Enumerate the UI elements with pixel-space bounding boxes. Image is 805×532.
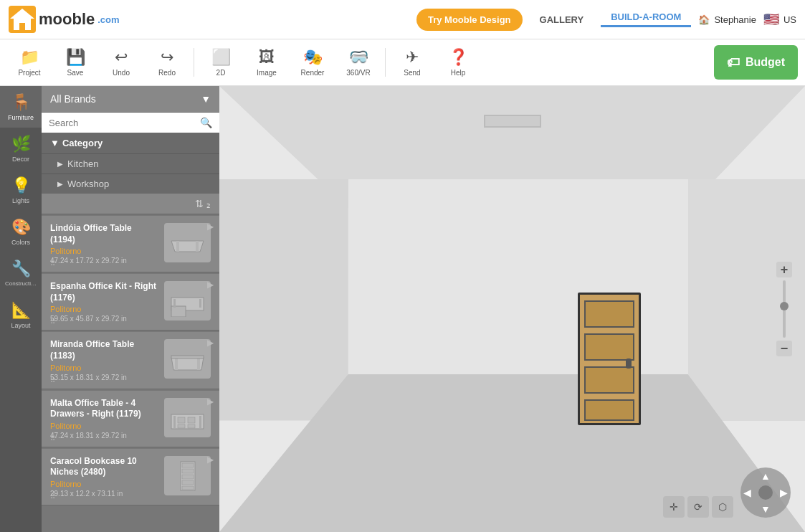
zoom-thumb[interactable] — [780, 302, 789, 310]
redo-label: Redo — [158, 69, 176, 77]
svg-rect-10 — [175, 357, 178, 370]
product-dims: 53.15 x 18.31 x 29.72 in — [50, 374, 158, 381]
sidebar-item-label: Lights — [12, 197, 29, 204]
lights-icon: 💡 — [11, 176, 31, 195]
list-item[interactable]: Espanha Office Kit - Right (1176) Polito… — [42, 274, 219, 331]
sidebar-item-layout[interactable]: 📐 Layout — [0, 294, 42, 336]
nav-left-button[interactable]: ◀ — [743, 487, 751, 498]
product-brand: Politorno — [50, 247, 158, 255]
product-brand: Politorno — [50, 480, 158, 488]
sidebar-item-colors[interactable]: 🎨 Colors — [0, 211, 42, 252]
save-icon: 💾 — [66, 48, 85, 67]
image-label: Image — [257, 69, 277, 77]
door-panel — [584, 366, 634, 394]
svg-rect-24 — [182, 480, 194, 485]
product-name: Miranda Office Table (1183) — [50, 339, 158, 361]
send-button[interactable]: ✈ Send — [390, 43, 434, 82]
sort-button[interactable]: ⇅ ₂ — [195, 198, 211, 209]
budget-button[interactable]: 🏷 Budget — [714, 45, 798, 80]
chevron-down-icon: ▼ — [50, 138, 59, 148]
toolbar: 📁 Project 💾 Save ↩ Undo ↪ Redo ⬜ 2D 🖼 Im… — [0, 39, 805, 86]
help-button[interactable]: ❓ Help — [436, 43, 480, 82]
nav-right-button[interactable]: ▶ — [780, 487, 788, 498]
rotate-control-button[interactable]: ⟳ — [687, 496, 709, 518]
svg-rect-13 — [171, 414, 204, 429]
3d-viewport[interactable]: + − ▲ ▼ ◀ ▶ ✛ ⟳ ⬡ — [219, 86, 805, 532]
product-name: Malta Office Table - 4 Drawers - Right (… — [50, 398, 158, 420]
door-panel — [584, 333, 634, 361]
sidebar-item-decor[interactable]: 🌿 Decor — [0, 128, 42, 169]
arrow-icon: ▶ — [207, 396, 214, 407]
zoom-bar: + − — [776, 262, 792, 356]
navigation-controls: ▲ ▼ ◀ ▶ — [740, 467, 791, 518]
sidebar-item-label: Layout — [11, 322, 30, 329]
decor-icon: 🌿 — [11, 135, 31, 153]
door-panel — [584, 399, 634, 421]
2d-icon: ⬜ — [211, 48, 231, 67]
category-label: Kitchen — [67, 158, 98, 169]
project-button[interactable]: 📁 Project — [7, 43, 52, 82]
sidebar-item-label: Decor — [12, 156, 29, 163]
sidebar-item-construction[interactable]: 🔧 Constructi… — [0, 252, 42, 294]
zoom-track[interactable] — [783, 280, 786, 338]
product-name: Caracol Bookcase 10 Niches (2480) — [50, 456, 158, 478]
logo[interactable]: mooble.com — [9, 6, 120, 33]
list-item[interactable]: Malta Office Table - 4 Drawers - Right (… — [42, 391, 219, 447]
svg-rect-16 — [178, 417, 185, 423]
move-control-button[interactable]: ✛ — [663, 496, 685, 518]
svg-rect-4 — [196, 241, 199, 252]
nav-center — [758, 485, 773, 500]
build-a-room-link[interactable]: BUILD-A-ROOM — [601, 11, 691, 27]
svg-rect-12 — [171, 356, 204, 358]
save-button[interactable]: 💾 Save — [53, 43, 97, 82]
project-label: Project — [18, 69, 40, 77]
sidebar-item-lights[interactable]: 💡 Lights — [0, 169, 42, 211]
svg-rect-15 — [199, 416, 201, 429]
svg-rect-8 — [199, 299, 201, 308]
vr-button[interactable]: 🥽 360/VR — [336, 43, 381, 82]
category-item-workshop[interactable]: ▶ Workshop — [42, 174, 219, 194]
undo-button[interactable]: ↩ Undo — [99, 43, 143, 82]
arrow-icon: ▶ — [207, 338, 214, 348]
render-button[interactable]: 🎭 Render — [290, 43, 335, 82]
svg-rect-21 — [182, 463, 194, 467]
zoom-in-button[interactable]: + — [776, 262, 792, 277]
nav-up-button[interactable]: ▲ — [761, 470, 771, 482]
category-item-kitchen[interactable]: ▶ Kitchen — [42, 153, 219, 174]
room-door — [578, 293, 641, 425]
3d-view-button[interactable]: ⬡ — [712, 496, 733, 518]
home-icon: 🏠 — [698, 14, 710, 25]
search-icon: 🔍 — [200, 117, 212, 128]
door-panel — [584, 300, 634, 328]
image-button[interactable]: 🖼 Image — [244, 43, 289, 82]
top-navigation: mooble.com Try Mooble Design GALLERY BUI… — [0, 0, 805, 39]
product-dims: 29.13 x 12.2 x 73.11 in — [50, 490, 158, 498]
colors-icon: 🎨 — [11, 218, 31, 237]
try-design-button[interactable]: Try Mooble Design — [416, 9, 523, 31]
2d-button[interactable]: ⬜ 2D — [199, 43, 243, 82]
2d-label: 2D — [216, 69, 226, 77]
product-thumbnail — [164, 281, 211, 320]
redo-button[interactable]: ↪ Redo — [145, 43, 189, 82]
gallery-link[interactable]: GALLERY — [530, 14, 594, 25]
search-box: 🔍 — [42, 113, 219, 133]
sidebar-icons: 🪑 Furniture 🌿 Decor 💡 Lights 🎨 Colors 🔧 … — [0, 86, 42, 532]
region-selector[interactable]: 🇺🇸 US — [763, 11, 796, 27]
zoom-out-button[interactable]: − — [776, 341, 792, 356]
nav-down-button[interactable]: ▼ — [761, 503, 771, 515]
search-input[interactable] — [49, 118, 196, 128]
list-item[interactable]: Caracol Bookcase 10 Niches (2480) Polito… — [42, 449, 219, 505]
region-label: US — [783, 14, 796, 25]
brand-selector[interactable]: All Brands ▼ — [42, 86, 219, 113]
view-controls: ✛ ⟳ ⬡ — [663, 496, 733, 518]
user-menu[interactable]: 🏠 Stephanie — [698, 14, 756, 25]
drag-icon: ⠿ — [50, 318, 55, 326]
list-item[interactable]: Lindóia Office Table (1194) Politorno 47… — [42, 216, 219, 272]
list-item[interactable]: Miranda Office Table (1183) Politorno 53… — [42, 332, 219, 389]
help-label: Help — [451, 69, 466, 77]
product-thumbnail — [164, 223, 211, 262]
image-icon: 🖼 — [259, 48, 275, 67]
logo-domain: .com — [97, 14, 119, 25]
budget-label: Budget — [746, 56, 785, 69]
sidebar-item-furniture[interactable]: 🪑 Furniture — [0, 86, 42, 128]
